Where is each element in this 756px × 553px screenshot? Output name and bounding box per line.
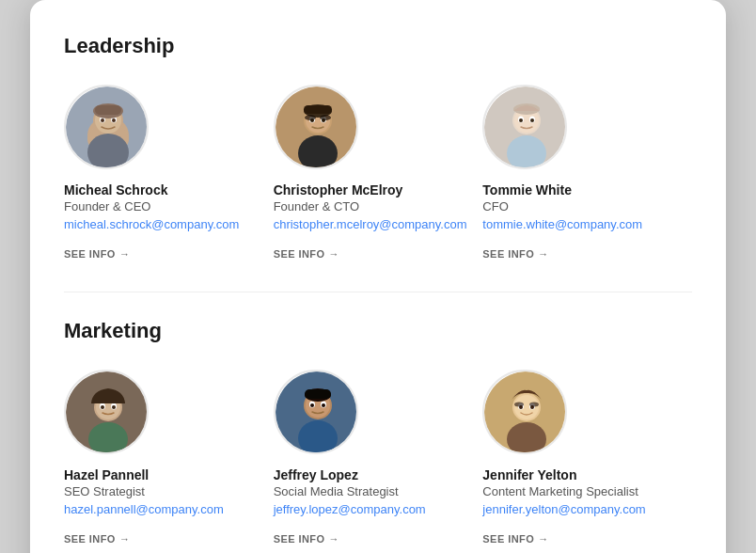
person-email-jennifer-yelton[interactable]: jennifer.yelton@company.com — [482, 502, 677, 516]
person-email-hazel-pannell[interactable]: hazel.pannell@company.com — [64, 502, 259, 516]
svg-point-48 — [322, 403, 325, 407]
person-email-micheal-schrock[interactable]: micheal.schrock@company.com — [64, 217, 259, 231]
arrow-icon: → — [538, 533, 548, 545]
svg-point-40 — [112, 405, 116, 409]
person-role-jeffrey-lopez: Social Media Strategist — [274, 484, 468, 498]
svg-point-23 — [320, 115, 331, 120]
person-cell-hazel-pannell: Hazel PannellSEO Strategisthazel.pannell… — [64, 370, 274, 553]
svg-point-39 — [101, 405, 104, 409]
person-name-micheal-schrock: Micheal Schrock — [64, 182, 259, 198]
svg-rect-21 — [304, 105, 332, 114]
svg-rect-11 — [95, 105, 121, 115]
see-info-label-christopher-mcelroy: SEE INFO — [274, 248, 325, 260]
see-info-label-hazel-pannell: SEE INFO — [64, 533, 116, 545]
see-info-label-jeffrey-lopez: SEE INFO — [274, 533, 325, 545]
arrow-icon: → — [329, 248, 339, 260]
people-grid-marketing: Hazel PannellSEO Strategisthazel.pannell… — [64, 370, 692, 553]
person-name-jeffrey-lopez: Jeffrey Lopez — [274, 467, 468, 482]
avatar-hazel-pannell — [64, 370, 149, 454]
person-email-tommie-white[interactable]: tommie.white@company.com — [482, 217, 677, 231]
avatar-jennifer-yelton — [482, 370, 567, 454]
person-role-christopher-mcelroy: Founder & CTO — [274, 199, 468, 213]
person-role-hazel-pannell: SEO Strategist — [64, 484, 259, 498]
section-divider — [64, 292, 692, 292]
person-role-tommie-white: CFO — [482, 199, 677, 213]
section-title-leadership: Leadership — [64, 34, 692, 58]
see-info-label-tommie-white: SEE INFO — [482, 248, 534, 260]
person-email-christopher-mcelroy[interactable]: christopher.mcelroy@company.com — [274, 217, 468, 231]
person-cell-jeffrey-lopez: Jeffrey LopezSocial Media Strategistjeff… — [274, 370, 483, 553]
person-cell-micheal-schrock: Micheal SchrockFounder & CEOmicheal.schr… — [64, 85, 274, 284]
svg-point-22 — [305, 115, 316, 120]
avatar-micheal-schrock — [64, 85, 149, 169]
person-name-tommie-white: Tommie White — [482, 182, 677, 198]
main-card: Leadership Micheal SchrockFounder & CEOm… — [30, 0, 726, 553]
svg-rect-50 — [305, 389, 331, 399]
svg-point-31 — [530, 118, 534, 122]
svg-point-59 — [514, 403, 524, 407]
arrow-icon: → — [119, 533, 130, 545]
arrow-icon: → — [329, 533, 339, 545]
person-email-jeffrey-lopez[interactable]: jeffrey.lopez@company.com — [274, 502, 468, 516]
arrow-icon: → — [119, 248, 130, 260]
person-name-jennifer-yelton: Jennifer Yelton — [482, 467, 677, 482]
see-info-tommie-white[interactable]: SEE INFO→ — [482, 248, 548, 260]
person-cell-christopher-mcelroy: Christopher McElroyFounder & CTOchristop… — [274, 85, 483, 284]
svg-point-8 — [101, 118, 104, 122]
people-grid-leadership: Micheal SchrockFounder & CEOmicheal.schr… — [64, 85, 692, 284]
see-info-christopher-mcelroy[interactable]: SEE INFO→ — [274, 248, 339, 260]
see-info-hazel-pannell[interactable]: SEE INFO→ — [64, 533, 130, 545]
svg-point-9 — [112, 118, 116, 122]
person-cell-tommie-white: Tommie WhiteCFOtommie.white@company.comS… — [482, 85, 692, 284]
svg-point-60 — [529, 403, 539, 407]
person-role-micheal-schrock: Founder & CEO — [64, 199, 259, 213]
svg-point-47 — [310, 403, 314, 407]
svg-point-54 — [514, 395, 539, 419]
svg-point-30 — [519, 118, 523, 122]
section-title-marketing: Marketing — [64, 319, 692, 343]
see-info-micheal-schrock[interactable]: SEE INFO→ — [64, 248, 130, 260]
see-info-label-micheal-schrock: SEE INFO — [64, 248, 116, 260]
avatar-tommie-white — [482, 85, 567, 169]
avatar-christopher-mcelroy — [274, 85, 358, 169]
arrow-icon: → — [538, 248, 548, 260]
person-role-jennifer-yelton: Content Marketing Specialist — [482, 484, 677, 498]
see-info-label-jennifer-yelton: SEE INFO — [482, 533, 534, 545]
see-info-jeffrey-lopez[interactable]: SEE INFO→ — [274, 533, 339, 545]
person-name-hazel-pannell: Hazel Pannell — [64, 467, 259, 482]
avatar-jeffrey-lopez — [274, 370, 358, 454]
person-cell-jennifer-yelton: Jennifer YeltonContent Marketing Special… — [482, 370, 692, 553]
see-info-jennifer-yelton[interactable]: SEE INFO→ — [482, 533, 548, 545]
person-name-christopher-mcelroy: Christopher McElroy — [274, 182, 468, 198]
